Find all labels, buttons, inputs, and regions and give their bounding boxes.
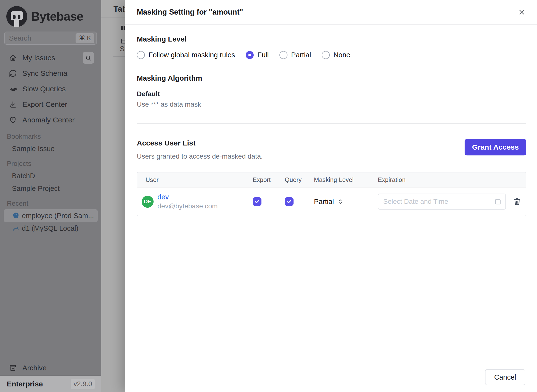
sidebar-item-employee-db[interactable]: employee (Prod Sam... bbox=[4, 209, 98, 222]
access-user-list-heading: Access User List bbox=[137, 139, 465, 147]
radio-icon-checked[interactable] bbox=[246, 51, 254, 59]
app-logo[interactable]: Bytebase bbox=[0, 0, 101, 27]
date-input-placeholder: Select Date and Time bbox=[383, 198, 494, 205]
sidebar-spacer bbox=[0, 235, 101, 360]
bytebase-logo bbox=[6, 6, 27, 27]
table-header-row: User Export Query Masking Level Expirati… bbox=[137, 172, 526, 187]
close-icon[interactable] bbox=[516, 7, 527, 18]
divider bbox=[137, 123, 526, 124]
plan-label[interactable]: Enterprise bbox=[7, 380, 43, 388]
sidebar-item-my-issues[interactable]: My Issues bbox=[0, 50, 101, 66]
masking-level-select[interactable]: Partial bbox=[314, 198, 378, 206]
masking-level-value: Partial bbox=[314, 198, 334, 206]
modal-footer: Cancel bbox=[125, 362, 537, 392]
column-header-query: Query bbox=[285, 176, 314, 183]
sidebar-item-label: Anomaly Center bbox=[22, 116, 75, 124]
radio-icon[interactable] bbox=[279, 51, 287, 59]
radio-label: Full bbox=[257, 51, 269, 59]
radio-partial[interactable]: Partial bbox=[279, 51, 311, 59]
sidebar-nav: My Issues Sync Schema Slow Queries bbox=[0, 50, 101, 235]
background-tab-label: Tab bbox=[113, 4, 125, 14]
checkbox-check-icon bbox=[254, 199, 260, 205]
sidebar-item-label: Archive bbox=[22, 364, 47, 372]
sidebar-item-label: Sync Schema bbox=[22, 69, 67, 77]
sidebar-item-sample-project[interactable]: Sample Project bbox=[0, 182, 101, 195]
sidebar-item-d1-db[interactable]: d1 (MySQL Local) bbox=[4, 222, 98, 235]
sidebar-item-label: Export Center bbox=[22, 100, 67, 109]
sidebar-item-anomaly-center[interactable]: Anomaly Center bbox=[0, 112, 101, 128]
access-user-list-subtitle: Users granted to access de-masked data. bbox=[137, 153, 465, 160]
algorithm-description: Use *** as data mask bbox=[137, 101, 526, 108]
sidebar-item-slow-queries[interactable]: Slow Queries bbox=[0, 81, 101, 97]
truncated-icon bbox=[121, 26, 123, 30]
radio-none[interactable]: None bbox=[322, 51, 350, 59]
radio-follow-global[interactable]: Follow global masking rules bbox=[137, 51, 235, 59]
user-email: dev@bytebase.com bbox=[157, 202, 218, 210]
shield-icon bbox=[9, 116, 17, 124]
user-name-link[interactable]: dev bbox=[157, 193, 218, 201]
sidebar-item-label: BatchD bbox=[12, 172, 35, 180]
download-icon bbox=[9, 100, 17, 109]
access-user-list-header: Access User List Users granted to access… bbox=[137, 139, 526, 160]
modal-title: Masking Setting for "amount" bbox=[137, 8, 516, 17]
export-checkbox[interactable] bbox=[253, 197, 261, 206]
sidebar-item-label: My Issues bbox=[22, 54, 55, 62]
select-chevrons-icon bbox=[337, 198, 344, 205]
sidebar-item-label: Sample Issue bbox=[12, 145, 55, 153]
sidebar-footer: Enterprise v2.9.0 bbox=[0, 375, 101, 392]
calendar-icon bbox=[494, 198, 502, 205]
modal-header: Masking Setting for "amount" bbox=[125, 0, 537, 25]
command-shortcut-badge: ⌘ K bbox=[76, 33, 94, 43]
radio-label: None bbox=[333, 51, 350, 59]
trash-icon[interactable] bbox=[513, 197, 521, 206]
divider bbox=[113, 56, 125, 57]
sidebar-item-export-center[interactable]: Export Center bbox=[0, 97, 101, 112]
masking-algorithm-heading: Masking Algorithm bbox=[137, 74, 526, 82]
home-icon bbox=[9, 54, 17, 62]
query-checkbox[interactable] bbox=[285, 197, 294, 206]
search-placeholder: Search bbox=[9, 34, 76, 42]
sidebar-item-label: Slow Queries bbox=[22, 85, 66, 93]
radio-icon[interactable] bbox=[137, 51, 145, 59]
sync-icon bbox=[9, 69, 17, 77]
radio-label: Follow global masking rules bbox=[148, 51, 235, 59]
radio-icon[interactable] bbox=[322, 51, 330, 59]
app-screen: Bytebase Search ⌘ K My Issues Sync Schem… bbox=[0, 0, 537, 392]
radio-full[interactable]: Full bbox=[246, 51, 269, 59]
cancel-button[interactable]: Cancel bbox=[485, 369, 525, 385]
sidebar-item-label: d1 (MySQL Local) bbox=[22, 224, 78, 232]
sidebar-item-label: employee (Prod Sam... bbox=[22, 212, 94, 220]
column-header-user: User bbox=[137, 176, 253, 183]
masking-setting-modal: Masking Setting for "amount" Masking Lev… bbox=[125, 0, 537, 392]
version-badge: v2.9.0 bbox=[71, 379, 95, 389]
column-header-masking-level: Masking Level bbox=[314, 176, 378, 183]
expiration-date-input[interactable]: Select Date and Time bbox=[378, 194, 506, 210]
column-header-expiration: Expiration bbox=[378, 176, 506, 183]
section-projects: Projects bbox=[0, 155, 101, 170]
app-title: Bytebase bbox=[31, 9, 83, 24]
table-row: DE dev dev@bytebase.com bbox=[137, 187, 526, 216]
sidebar: Bytebase Search ⌘ K My Issues Sync Schem… bbox=[0, 0, 101, 392]
sidebar-item-batchd[interactable]: BatchD bbox=[0, 170, 101, 182]
modal-body: Masking Level Follow global masking rule… bbox=[125, 35, 537, 216]
grant-access-button[interactable]: Grant Access bbox=[465, 139, 526, 155]
column-header-export: Export bbox=[253, 176, 285, 183]
sidebar-item-archive[interactable]: Archive bbox=[0, 360, 101, 375]
divider bbox=[101, 17, 125, 17]
sidebar-item-label: Sample Project bbox=[12, 185, 60, 193]
turtle-icon bbox=[9, 85, 17, 93]
checkbox-check-icon bbox=[286, 199, 292, 205]
access-user-table: User Export Query Masking Level Expirati… bbox=[137, 172, 526, 216]
postgresql-icon bbox=[12, 212, 20, 220]
dimmed-background-page: Tab E S bbox=[101, 0, 125, 392]
sidebar-item-sample-issue[interactable]: Sample Issue bbox=[0, 142, 101, 155]
issue-search-button[interactable] bbox=[83, 52, 94, 64]
masking-level-radio-group: Follow global masking rules Full Partial… bbox=[137, 51, 526, 59]
section-recent: Recent bbox=[0, 195, 101, 209]
truncated-text: S bbox=[120, 45, 125, 53]
search-input[interactable]: Search ⌘ K bbox=[4, 32, 97, 45]
sidebar-item-sync-schema[interactable]: Sync Schema bbox=[0, 66, 101, 81]
avatar: DE bbox=[142, 196, 154, 208]
masking-level-heading: Masking Level bbox=[137, 35, 526, 43]
archive-icon bbox=[9, 364, 17, 372]
